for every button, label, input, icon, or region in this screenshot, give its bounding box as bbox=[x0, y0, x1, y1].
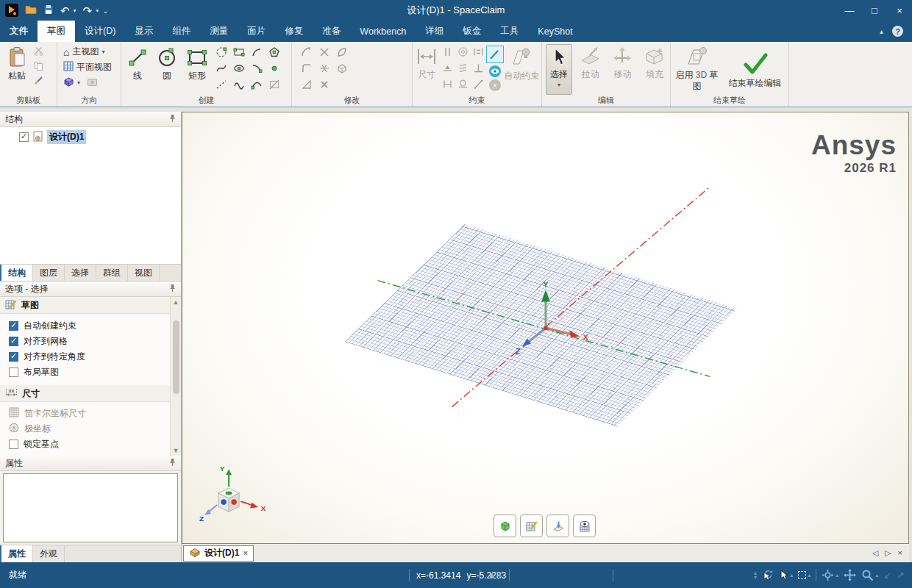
document-tab[interactable]: 设计(D)1 × bbox=[183, 545, 254, 562]
app-logo-icon[interactable] bbox=[5, 4, 18, 17]
grid-visibility-button[interactable] bbox=[573, 514, 596, 537]
polygon-tool-icon[interactable] bbox=[268, 46, 280, 60]
polygon-rect-tool-icon[interactable] bbox=[233, 46, 245, 60]
close-button[interactable]: × bbox=[887, 0, 912, 21]
minimize-button[interactable]: — bbox=[837, 0, 862, 21]
tab-sketch[interactable]: 草图 bbox=[38, 21, 75, 42]
tab-facets[interactable]: 面片 bbox=[238, 21, 275, 42]
option-auto-constraints[interactable]: 自动创建约束 bbox=[0, 318, 181, 334]
tree-item-design[interactable]: 设计(D)1 bbox=[0, 130, 181, 144]
orbit-icon[interactable]: ▴ bbox=[822, 569, 838, 581]
circle-tool-button[interactable]: 圆 bbox=[152, 44, 182, 95]
tab-keyshot[interactable]: KeyShot bbox=[528, 21, 582, 42]
enable-3d-sketch-button[interactable]: 启用 3D 草图 bbox=[674, 44, 720, 95]
undo-icon[interactable]: ↶ bbox=[60, 5, 70, 16]
scroll-down-icon[interactable]: ▼ bbox=[173, 445, 179, 456]
tangent-arc-tool-icon[interactable] bbox=[251, 62, 263, 76]
box-select-icon[interactable]: ▴ bbox=[798, 571, 811, 579]
save-icon[interactable] bbox=[43, 4, 54, 17]
tabstrip-close-icon[interactable]: × bbox=[898, 548, 902, 558]
tree-item-label[interactable]: 设计(D)1 bbox=[47, 130, 86, 144]
pin-icon[interactable] bbox=[169, 458, 176, 469]
checkbox[interactable] bbox=[9, 352, 18, 362]
checkbox[interactable] bbox=[9, 368, 18, 377]
tab-sheetmetal[interactable]: 钣金 bbox=[453, 21, 491, 42]
tab-scroll-left-icon[interactable]: ◁ bbox=[872, 548, 878, 558]
panel-tab-views[interactable]: 视图 bbox=[128, 265, 160, 281]
tab-measure[interactable]: 测量 bbox=[200, 21, 238, 42]
tab-assembly[interactable]: 组件 bbox=[163, 21, 200, 42]
home-view-button[interactable]: ⌂ 主视图▾ bbox=[61, 44, 119, 60]
bottom-tab-appearance[interactable]: 外观 bbox=[33, 545, 65, 562]
point-tool-icon[interactable] bbox=[268, 62, 280, 76]
panel-tab-layers[interactable]: 图层 bbox=[33, 265, 65, 281]
construction-line-tool-icon[interactable] bbox=[215, 79, 227, 93]
option-layout-sketch[interactable]: 布局草图 bbox=[0, 365, 181, 380]
select-previous-icon[interactable] bbox=[762, 569, 774, 581]
tab-scroll-right-icon[interactable]: ▷ bbox=[885, 548, 891, 558]
checkbox[interactable] bbox=[9, 337, 18, 346]
format-painter-icon[interactable] bbox=[34, 76, 43, 87]
tab-workbench[interactable]: Workbench bbox=[350, 21, 416, 42]
collapse-ribbon-icon[interactable]: ▴ bbox=[880, 27, 883, 35]
tab-file[interactable]: 文件 bbox=[0, 21, 38, 42]
scrollbar-thumb[interactable] bbox=[173, 320, 179, 394]
select-tool-status-icon[interactable]: ▴ bbox=[780, 570, 793, 581]
panel-tab-selection[interactable]: 选择 bbox=[65, 265, 96, 281]
tree-item-checkbox[interactable] bbox=[19, 132, 29, 142]
view-cube-caret-icon[interactable]: ▾ bbox=[77, 80, 80, 86]
tab-display[interactable]: 显示 bbox=[125, 21, 163, 42]
solid-mode-button[interactable] bbox=[494, 514, 516, 537]
maximize-button[interactable]: □ bbox=[862, 0, 887, 21]
tab-close-icon[interactable]: × bbox=[243, 548, 248, 559]
option-snap-to-angle[interactable]: 对齐到特定角度 bbox=[0, 349, 181, 365]
pan-icon[interactable] bbox=[844, 569, 856, 581]
option-lock-base-point[interactable]: 锁定基点 bbox=[0, 437, 181, 452]
sketch-options-section[interactable]: 草图 bbox=[0, 297, 181, 314]
line-tool-button[interactable]: 线 bbox=[123, 44, 152, 95]
tab-tools[interactable]: 工具 bbox=[491, 21, 528, 42]
pin-icon[interactable] bbox=[169, 284, 176, 295]
undo-caret-icon[interactable]: ▾ bbox=[74, 7, 76, 14]
pin-icon[interactable] bbox=[169, 114, 176, 125]
help-icon[interactable]: ? bbox=[892, 26, 903, 37]
snap-indicator[interactable]: ▲ ▴ bbox=[487, 562, 502, 588]
tab-detail[interactable]: 详细 bbox=[416, 21, 453, 42]
show-all-constraints-icon[interactable] bbox=[489, 65, 501, 77]
plan-view-button[interactable]: 平面视图 bbox=[61, 60, 119, 75]
sketch-mode-button[interactable] bbox=[520, 514, 543, 537]
select-tool-button[interactable]: 选择 ▾ bbox=[546, 44, 572, 95]
ellipse-tool-icon[interactable] bbox=[233, 62, 245, 76]
redo-icon[interactable]: ↷ bbox=[83, 5, 93, 16]
navigation-cube[interactable]: Y X Z bbox=[199, 465, 266, 523]
options-scrollbar[interactable]: ▲ ▼ bbox=[170, 297, 181, 456]
expand-collapse-icons[interactable]: ▴▾ bbox=[754, 571, 757, 580]
option-snap-to-grid[interactable]: 对齐到网格 bbox=[0, 334, 181, 349]
end-sketch-editing-button[interactable]: 结束草绘编辑 bbox=[723, 44, 787, 95]
arc-tool-icon[interactable] bbox=[251, 46, 263, 60]
rectangle-tool-button[interactable]: 矩形 bbox=[182, 44, 213, 95]
freehand-spline-tool-icon[interactable] bbox=[233, 79, 245, 93]
show-constraints-toggle[interactable] bbox=[486, 46, 504, 63]
checkbox[interactable] bbox=[9, 321, 18, 331]
view-cube-icon[interactable] bbox=[63, 76, 74, 90]
paste-button[interactable]: 粘贴 bbox=[1, 44, 32, 95]
panel-tab-structure[interactable]: 结构 bbox=[0, 265, 33, 281]
redo-caret-icon[interactable]: ▾ bbox=[96, 7, 99, 14]
tab-repair[interactable]: 修复 bbox=[275, 21, 313, 42]
three-point-arc-tool-icon[interactable] bbox=[251, 79, 263, 93]
dimension-options-section[interactable]: XX 尺寸 bbox=[0, 385, 181, 402]
open-folder-icon[interactable] bbox=[25, 4, 37, 16]
tab-prepare[interactable]: 准备 bbox=[313, 21, 350, 42]
quick-access-more-icon[interactable]: ⌄ bbox=[102, 7, 108, 15]
scroll-up-icon[interactable]: ▲ bbox=[173, 297, 179, 307]
checkbox[interactable] bbox=[9, 440, 18, 449]
panel-tab-groups[interactable]: 群组 bbox=[96, 265, 128, 281]
bottom-tab-properties[interactable]: 属性 bbox=[0, 545, 33, 562]
tab-design[interactable]: 设计(D) bbox=[75, 21, 125, 42]
section-mode-button[interactable] bbox=[546, 514, 569, 537]
3d-viewport[interactable]: Y X Z Y bbox=[182, 112, 909, 544]
sketch-circle-tool-icon[interactable] bbox=[215, 46, 227, 60]
zoom-icon[interactable]: ▴ bbox=[861, 569, 878, 581]
spline-tool-icon[interactable] bbox=[215, 62, 227, 76]
